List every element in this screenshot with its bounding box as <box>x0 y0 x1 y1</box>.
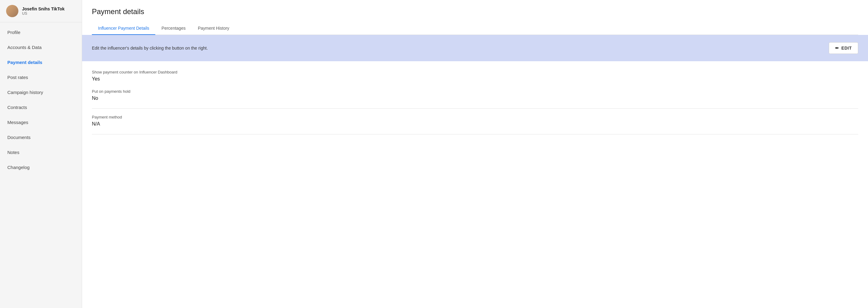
divider-2 <box>92 134 858 134</box>
sidebar-item-documents[interactable]: Documents <box>0 130 82 145</box>
sidebar-item-profile[interactable]: Profile <box>0 25 82 40</box>
tab-payment-history[interactable]: Payment History <box>192 22 236 35</box>
avatar-image <box>6 5 19 17</box>
sidebar-nav: Profile Accounts & Data Payment details … <box>0 22 82 177</box>
sidebar-item-notes[interactable]: Notes <box>0 145 82 160</box>
content-body: Show payment counter on Influencer Dashb… <box>82 61 868 149</box>
sidebar-item-post-rates[interactable]: Post rates <box>0 70 82 85</box>
payment-method-label: Payment method <box>92 115 858 119</box>
payments-hold-field: Put on payments hold No <box>92 89 858 101</box>
user-name: Josefin Snihs TikTok <box>22 6 65 11</box>
payment-counter-value: Yes <box>92 76 858 82</box>
tab-percentages[interactable]: Percentages <box>155 22 192 35</box>
sidebar-item-accounts-data[interactable]: Accounts & Data <box>0 40 82 55</box>
sidebar-item-contracts[interactable]: Contracts <box>0 100 82 115</box>
payments-hold-label: Put on payments hold <box>92 89 858 94</box>
avatar <box>6 5 19 17</box>
payment-counter-label: Show payment counter on Influencer Dashb… <box>92 70 858 74</box>
tab-influencer-payment-details[interactable]: Influencer Payment Details <box>92 22 155 35</box>
sidebar-item-campaign-history[interactable]: Campaign history <box>0 85 82 100</box>
sidebar-item-messages[interactable]: Messages <box>0 115 82 130</box>
divider-1 <box>92 109 858 109</box>
edit-button[interactable]: ✏ EDIT <box>829 42 858 54</box>
sidebar-item-payment-details[interactable]: Payment details <box>0 55 82 70</box>
info-banner: Edit the influencer's details by clickin… <box>82 35 868 61</box>
page-header: Payment details <box>82 0 868 22</box>
tabs-container: Influencer Payment Details Percentages P… <box>92 22 858 35</box>
payments-hold-value: No <box>92 95 858 101</box>
main-content: Payment details Influencer Payment Detai… <box>82 0 868 308</box>
user-info: Josefin Snihs TikTok US <box>22 6 65 16</box>
edit-icon: ✏ <box>835 45 839 51</box>
user-region: US <box>22 11 65 16</box>
info-banner-text: Edit the influencer's details by clickin… <box>92 45 208 51</box>
payment-method-value: N/A <box>92 121 858 127</box>
page-title: Payment details <box>92 7 858 16</box>
edit-button-label: EDIT <box>841 45 852 51</box>
sidebar-header: Josefin Snihs TikTok US <box>0 0 82 22</box>
payment-counter-field: Show payment counter on Influencer Dashb… <box>92 70 858 82</box>
sidebar: Josefin Snihs TikTok US Profile Accounts… <box>0 0 82 308</box>
sidebar-item-changelog[interactable]: Changelog <box>0 160 82 175</box>
payment-method-field: Payment method N/A <box>92 115 858 127</box>
